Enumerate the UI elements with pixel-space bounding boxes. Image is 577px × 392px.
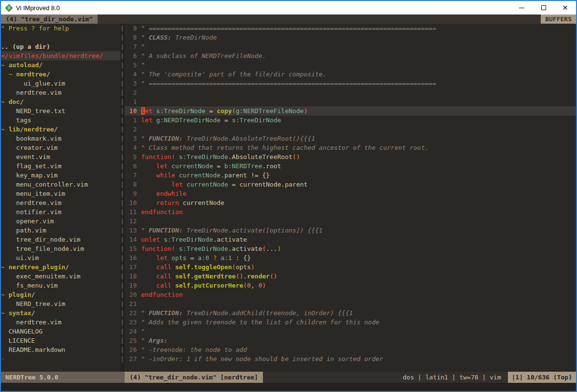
- code-line[interactable]: 23" Adds the given treenode to the list …: [125, 318, 576, 327]
- text-segment: .activate: [213, 236, 247, 243]
- code-line[interactable]: 7 while currentNode.parent != {}: [125, 171, 576, 180]
- separator-bar: |: [120, 299, 125, 308]
- tree-item[interactable]: key_map.vim: [1, 171, 120, 180]
- minimize-button[interactable]: [511, 1, 533, 15]
- tree-item[interactable]: ui_glue.vim: [1, 79, 120, 88]
- buffer-tab-active[interactable]: (4) "tree_dir_node.vim": [1, 15, 98, 24]
- text-segment: ~: [1, 309, 9, 317]
- code-line[interactable]: 9" =====================================…: [125, 24, 576, 33]
- tree-item[interactable]: ~ autoload/: [1, 60, 120, 70]
- code-line[interactable]: 24": [125, 327, 576, 336]
- tree-item[interactable]: ~ lib/nerdtree/: [1, 125, 120, 134]
- code-line-current[interactable]: 10let s:TreeDirNode = copy(g:NERDTreeFil…: [125, 106, 576, 116]
- code-line[interactable]: 10 return currentNode: [125, 198, 576, 207]
- tree-item[interactable]: ~: [1, 354, 120, 363]
- text-segment: (): [292, 153, 300, 160]
- tree-root-item[interactable]: </vimfiles/bundle/nerdtree/: [1, 51, 120, 60]
- text-segment: ui_glue.vim: [1, 80, 65, 87]
- text-segment: = currentNode.parent: [228, 181, 307, 188]
- tree-item[interactable]: ~ syntax/: [1, 308, 120, 318]
- tree-item[interactable]: menu_controller.vim: [1, 180, 120, 189]
- vertical-split-separator[interactable]: |||||||||||||||||||||||||||||||||||||: [120, 24, 125, 372]
- text-segment: NERD_tree.txt: [1, 107, 65, 115]
- maximize-button[interactable]: [533, 1, 554, 15]
- code-line[interactable]: 6" A subclass of NERDTreeFileNode.: [125, 51, 576, 60]
- tree-item[interactable]: LICENCE: [1, 336, 120, 345]
- code-line[interactable]: 14unlet s:TreeDirNode.activate: [125, 235, 576, 244]
- code-line[interactable]: 9 endwhile: [125, 189, 576, 198]
- code-line[interactable]: 21: [125, 299, 576, 308]
- code-line[interactable]: 17 call self.toggleOpen(opts): [125, 262, 576, 272]
- text-segment: menu_item.vim: [1, 190, 65, 197]
- tree-item[interactable]: README.markdown: [1, 345, 120, 354]
- code-line[interactable]: 8 let currentNode = currentNode.parent: [125, 180, 576, 189]
- code-line[interactable]: 2: [125, 125, 576, 134]
- tree-item[interactable]: fs_menu.vim: [1, 281, 120, 290]
- tree-item[interactable]: menu_item.vim: [1, 189, 120, 198]
- code-line[interactable]: 7": [125, 42, 576, 51]
- text-segment: CLASS:: [149, 34, 172, 41]
- tree-item[interactable]: ui.vim: [1, 253, 120, 262]
- code-line[interactable]: 26" -treenode: the node to add: [125, 345, 576, 354]
- separator-bar: |: [120, 161, 125, 171]
- tree-item[interactable]: event.vim: [1, 152, 120, 161]
- tree-item[interactable]: NERD_tree.vim: [1, 299, 120, 308]
- tree-item[interactable]: ~ doc/: [1, 97, 120, 106]
- tree-item[interactable]: ~ nerdtree_plugin/: [1, 262, 120, 272]
- code-line[interactable]: 19 call self.putCursorHere(0, 0): [125, 281, 576, 290]
- text-segment: .. (up a dir): [1, 43, 50, 50]
- code-line[interactable]: 3" FUNCTION: TreeDirNode.AbsoluteTreeRoo…: [125, 134, 576, 143]
- code-line[interactable]: 6 let currentNode = b:NERDTree.root: [125, 161, 576, 171]
- code-line[interactable]: 12: [125, 217, 576, 226]
- line-number: 8: [125, 33, 141, 42]
- tree-item[interactable]: NERD_tree.txt: [1, 106, 120, 116]
- code-line[interactable]: 25" Args:: [125, 336, 576, 345]
- tree-item[interactable]: flag_set.vim: [1, 161, 120, 171]
- text-segment: </vimfiles/bundle/nerdtree/: [1, 52, 103, 59]
- code-line[interactable]: 11endfunction: [125, 207, 576, 217]
- tree-item[interactable]: tree_file_node.vim: [1, 244, 120, 253]
- tree-item[interactable]: tags: [1, 116, 120, 125]
- code-line[interactable]: 4" Class method that returns the highest…: [125, 143, 576, 152]
- code-line[interactable]: 16 let opts = a:0 ? a:1 : {}: [125, 253, 576, 262]
- tree-item[interactable]: .. (up a dir): [1, 42, 120, 51]
- code-line[interactable]: 20endfunction: [125, 290, 576, 299]
- tree-item[interactable]: nerdtree.vim: [1, 88, 120, 97]
- line-number: 19: [125, 281, 141, 290]
- code-line[interactable]: 1: [125, 97, 576, 106]
- code-line[interactable]: 5": [125, 60, 576, 70]
- code-line[interactable]: 13" FUNCTION: TreeDirNode.activate([opti…: [125, 226, 576, 235]
- line-number: 24: [125, 327, 141, 336]
- tree-item[interactable]: notifier.vim: [1, 207, 120, 217]
- tree-item[interactable]: bookmark.vim: [1, 134, 120, 143]
- buffer-tab-bar: (4) "tree_dir_node.vim" BUFFERS: [1, 15, 576, 24]
- code-line[interactable]: 27" -inOrder: 1 if the new node should b…: [125, 354, 576, 363]
- code-line[interactable]: 15function! s:TreeDirNode.activate(...): [125, 244, 576, 253]
- tree-item[interactable]: CHANGELOG: [1, 327, 120, 336]
- separator-bar: |: [120, 217, 125, 226]
- code-line[interactable]: 5function! s:TreeDirNode.AbsoluteTreeRoo…: [125, 152, 576, 161]
- tree-item[interactable]: ~ plugin/: [1, 290, 120, 299]
- tree-item[interactable]: tree_dir_node.vim: [1, 235, 120, 244]
- code-line[interactable]: 4" The 'composite' part of the file/dir …: [125, 70, 576, 79]
- text-segment: ~: [1, 126, 9, 133]
- tree-item[interactable]: " Press ? for help: [1, 24, 120, 33]
- code-line[interactable]: 18 call self.getNerdtree().render(): [125, 272, 576, 281]
- code-line[interactable]: 3" =====================================…: [125, 79, 576, 88]
- tree-item[interactable]: opener.vim: [1, 217, 120, 226]
- code-line[interactable]: 1let g:NERDTreeDirNode = s:TreeDirNode: [125, 116, 576, 125]
- tree-item[interactable]: [1, 33, 120, 42]
- code-line[interactable]: 2: [125, 88, 576, 97]
- tree-item[interactable]: creator.vim: [1, 143, 120, 152]
- code-line[interactable]: 8" CLASS: TreeDirNode: [125, 33, 576, 42]
- code-line[interactable]: 22" FUNCTION: TreeDirNode.addChild(treen…: [125, 308, 576, 318]
- tree-item[interactable]: exec_menuitem.vim: [1, 272, 120, 281]
- close-button[interactable]: ✕: [554, 1, 576, 15]
- tree-item[interactable]: ~ nerdtree/: [1, 70, 120, 79]
- tree-item[interactable]: nerdtree.vim: [1, 198, 120, 207]
- command-line[interactable]: [1, 383, 576, 391]
- separator-bar: |: [120, 134, 125, 143]
- tree-item[interactable]: path.vim: [1, 226, 120, 235]
- text-segment: ?: [213, 254, 217, 261]
- tree-item[interactable]: nerdtree.vim: [1, 318, 120, 327]
